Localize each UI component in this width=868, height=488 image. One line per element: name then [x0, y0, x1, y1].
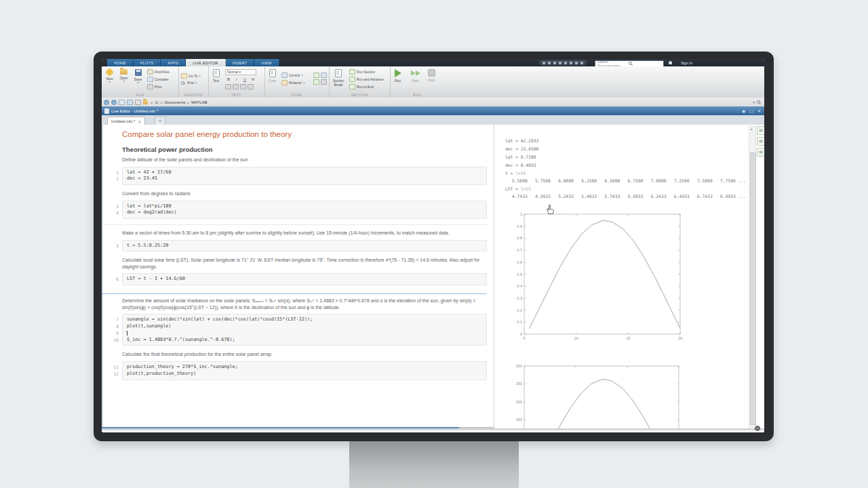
section-break-button[interactable]: Section Break	[330, 68, 347, 92]
code-block[interactable]: 3lat = lat*pi/1804dec = deg2rad(dec)	[122, 201, 487, 220]
path-search-icon[interactable]	[757, 100, 760, 104]
code-line[interactable]: 3lat = lat*pi/180	[127, 203, 482, 210]
code-block[interactable]: 6LST = t - 1 + 14.6/60	[122, 273, 487, 285]
toolstrip-tab-insert[interactable]: INSERT	[226, 59, 255, 66]
align-button[interactable]	[240, 84, 246, 89]
breadcrumb-segment[interactable]: MATLAB	[191, 100, 208, 104]
paragraph: Determine the amount of solar irradiance…	[122, 298, 487, 310]
print-button[interactable]: Print	[147, 84, 170, 89]
save-button[interactable]: Save▾	[132, 68, 144, 92]
search-documentation-input[interactable]: Search Documentation	[595, 60, 664, 67]
text-icon	[213, 69, 220, 77]
indent-button[interactable]	[248, 84, 254, 89]
toolstrip-tab-plots[interactable]: PLOTS	[134, 59, 161, 66]
run-button[interactable]: Run	[391, 68, 404, 92]
up-folder-icon[interactable]	[119, 100, 125, 105]
code-line[interactable]: 5t = 5.5:0.25:20	[127, 243, 482, 249]
open-button[interactable]: Open▾	[117, 68, 130, 92]
help-icon[interactable]	[575, 62, 578, 64]
paste-icon[interactable]	[553, 62, 556, 64]
control-dropdown[interactable]: Control▾	[281, 73, 304, 78]
output-scrollbar-thumb[interactable]	[750, 152, 756, 425]
code-line[interactable]: 11production_theory = 270*S_inc.*sunangl…	[127, 364, 482, 371]
close-tab-icon[interactable]: ✕	[138, 119, 141, 124]
breadcrumb[interactable]: ▸C:▸Documents▸MATLAB	[149, 100, 207, 104]
refactor-dropdown[interactable]: Refactor▾	[281, 80, 304, 85]
undo-icon[interactable]	[559, 62, 561, 64]
output-scrollbar[interactable]: ▲	[749, 126, 756, 430]
code-line[interactable]: 9	[127, 330, 482, 337]
output-pane[interactable]: lat = 42.2833dec = 23.4500lat = 0.7380de…	[494, 125, 764, 430]
new-button[interactable]: New▾	[103, 68, 116, 92]
code-button[interactable]: Code	[266, 68, 279, 92]
code-line[interactable]: 6LST = t - 1 + 14.6/60	[127, 276, 482, 283]
code-line[interactable]: 2dec = 23.45	[127, 176, 482, 182]
community-icon[interactable]	[580, 62, 583, 64]
code-example-icon[interactable]	[313, 79, 319, 85]
switch-windows-icon[interactable]	[570, 62, 572, 64]
run-and-advance-button[interactable]: Run and Advance	[349, 77, 383, 82]
code-block[interactable]: 7sunangle = sin(dec)*sin(lat) + cos(dec)…	[122, 314, 487, 346]
forward-button[interactable]: ›	[111, 100, 117, 105]
code-line[interactable]: 12plot(t,production_theory)	[127, 371, 482, 378]
code-line[interactable]: 7sunangle = sin(dec)*sin(lat) + cos(dec)…	[127, 317, 482, 323]
run-code-icon[interactable]	[313, 73, 319, 78]
find-button[interactable]: Find▾	[181, 81, 201, 85]
monospace-button[interactable]: M	[250, 77, 256, 83]
breadcrumb-segment[interactable]: C:	[155, 100, 159, 104]
section-break-line	[102, 224, 487, 225]
run-icon	[395, 69, 401, 77]
code-block[interactable]: 1lat = 42 + 17/602dec = 23.45	[122, 167, 487, 186]
code-line[interactable]: 10S_inc = 1.4883*0.7.^(sunangle.^-0.678)…	[127, 337, 482, 344]
numbered-list-button[interactable]	[233, 84, 239, 89]
code-line[interactable]: 1lat = 42 + 17/60	[127, 169, 482, 176]
open-in-figure-button[interactable]: ▤	[757, 126, 764, 135]
run-section-button[interactable]: Run Section	[349, 69, 383, 75]
stop-button[interactable]: Stop	[425, 68, 438, 92]
insert-code-icon[interactable]	[321, 73, 327, 78]
undock-icon[interactable]: ◉	[742, 108, 745, 113]
production-theory-plot[interactable]: 1502002503005101520	[511, 361, 694, 430]
search-icon[interactable]	[629, 62, 662, 65]
code-line[interactable]: 4dec = deg2rad(dec)	[127, 209, 482, 216]
goto-button[interactable]: Go To▾	[181, 73, 201, 79]
quick-access-toolbar[interactable]	[539, 60, 587, 66]
close-icon[interactable]: ✕	[757, 108, 761, 113]
underline-button[interactable]: U	[241, 77, 248, 83]
path-dropdown-icon[interactable]: ▾	[753, 100, 755, 104]
bulleted-list-button[interactable]	[225, 84, 231, 89]
scroll-up-icon[interactable]: ▲	[750, 127, 753, 131]
text-style-dropdown[interactable]: Normal ▾	[225, 69, 256, 75]
toolstrip-tab-home[interactable]: HOME	[107, 59, 134, 66]
toolstrip-tab-live-editor[interactable]: LIVE EDITOR	[186, 59, 225, 66]
code-block[interactable]: 5t = 5.5:0.25:20	[122, 240, 487, 252]
clear-output-button[interactable]: ▤	[757, 148, 764, 157]
italic-button[interactable]: I	[233, 77, 240, 83]
code-block[interactable]: 11production_theory = 270*S_inc.*sunangl…	[122, 361, 487, 380]
redo-icon[interactable]	[564, 62, 567, 64]
breadcrumb-segment[interactable]: Documents	[165, 100, 185, 104]
text-button[interactable]: Text	[210, 68, 222, 92]
copy-output-button[interactable]: ▤	[757, 137, 764, 146]
run-to-end-button[interactable]: Run to End	[349, 84, 383, 89]
maximize-icon[interactable]: ▢	[749, 108, 753, 113]
output-vector-header: t = 1×59	[505, 169, 746, 178]
cut-icon[interactable]	[542, 62, 545, 64]
compare-button[interactable]: Compare	[147, 77, 170, 82]
back-button[interactable]: ‹	[104, 100, 109, 105]
find-files-button[interactable]: Find Files	[147, 69, 170, 75]
new-folder-icon[interactable]	[135, 100, 141, 105]
copy-icon[interactable]	[548, 62, 551, 64]
code-line[interactable]: 8plot(t,sunangle)	[127, 323, 482, 330]
browse-icon[interactable]	[127, 100, 133, 105]
toolstrip-tab-view[interactable]: VIEW	[254, 59, 279, 66]
code-task-icon[interactable]	[321, 79, 327, 85]
toolstrip-tab-apps[interactable]: APPS	[161, 59, 186, 66]
notifications-bell-icon[interactable]	[669, 61, 672, 64]
editor-pane[interactable]: Compare solar panel energy production to…	[102, 125, 494, 430]
bold-button[interactable]: B	[225, 77, 232, 83]
sign-in-link[interactable]: Sign In	[681, 59, 692, 66]
output-scalar: dec = 0.4093	[505, 161, 746, 169]
sunangle-plot[interactable]: 00.10.20.30.40.50.60.70.80.915101520	[511, 209, 694, 348]
step-button[interactable]: Step	[409, 68, 422, 92]
